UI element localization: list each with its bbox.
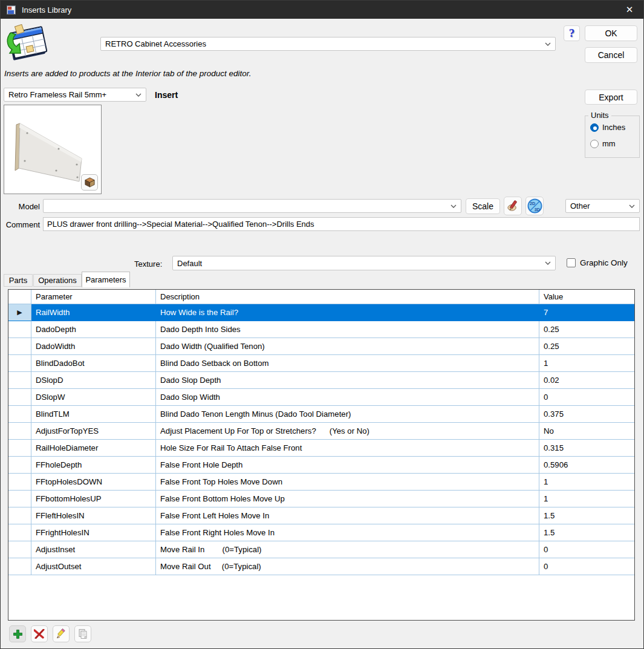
parameter-cell[interactable]: DadoDepth: [31, 321, 156, 338]
row-header-cell[interactable]: [8, 491, 31, 507]
copy-parameter-button[interactable]: [74, 625, 91, 642]
table-row[interactable]: DSlopWDado Slop Width0: [8, 389, 634, 406]
description-cell[interactable]: False Front Right Holes Move In: [156, 524, 539, 541]
row-header-cell[interactable]: [8, 507, 31, 524]
cancel-button[interactable]: Cancel: [585, 47, 637, 63]
model-type-dropdown[interactable]: Other: [565, 199, 640, 213]
units-radio-inches[interactable]: Inches: [590, 123, 625, 132]
tab-parts[interactable]: Parts: [4, 274, 33, 287]
table-row[interactable]: AdjustOutsetMove Rail Out (0=Typical)0: [8, 558, 634, 575]
parameter-cell[interactable]: AdjustInset: [31, 541, 156, 558]
parameter-cell[interactable]: BlindTLM: [31, 406, 156, 423]
row-header-cell[interactable]: ▶: [8, 304, 31, 321]
ok-button[interactable]: OK: [585, 25, 637, 41]
graphic-only-checkbox[interactable]: Graphic Only: [567, 258, 628, 267]
help-button[interactable]: ?: [564, 25, 580, 41]
description-cell[interactable]: Dado Slop Depth: [156, 372, 539, 389]
category-dropdown[interactable]: RETRO Cabinet Accessories: [100, 37, 556, 51]
value-cell[interactable]: 0.02: [539, 372, 634, 389]
parameter-cell[interactable]: FFleftHolesIN: [31, 507, 156, 524]
row-header-cell[interactable]: [8, 524, 31, 541]
parameter-cell[interactable]: FFholeDepth: [31, 457, 156, 474]
parameter-cell[interactable]: BlindDadoBot: [31, 355, 156, 372]
description-cell[interactable]: Blind Dado Setback on Bottom: [156, 355, 539, 372]
parameter-cell[interactable]: FFtopHolesDOWN: [31, 474, 156, 491]
value-cell[interactable]: 0: [539, 541, 634, 558]
parameter-cell[interactable]: DSlopD: [31, 372, 156, 389]
table-row[interactable]: ▶RailWidthHow Wide is the Rail?7: [8, 304, 634, 321]
row-header-cell[interactable]: [8, 474, 31, 491]
row-header-cell[interactable]: [8, 440, 31, 457]
parameter-cell[interactable]: DadoWidth: [31, 338, 156, 355]
description-cell[interactable]: False Front Hole Depth: [156, 457, 539, 474]
description-cell[interactable]: False Front Left Holes Move In: [156, 507, 539, 524]
value-cell[interactable]: 0.25: [539, 338, 634, 355]
row-header-cell[interactable]: [8, 541, 31, 558]
description-cell[interactable]: Dado Width (Qualified Tenon): [156, 338, 539, 355]
table-row[interactable]: DSlopDDado Slop Depth0.02: [8, 372, 634, 389]
description-cell[interactable]: Dado Depth Into Sides: [156, 321, 539, 338]
description-cell[interactable]: Hole Size For Rail To Attach False Front: [156, 440, 539, 457]
value-cell[interactable]: 0.375: [539, 406, 634, 423]
table-row[interactable]: BlindTLMBlind Dado Tenon Length Minus (D…: [8, 406, 634, 423]
close-button[interactable]: ✕: [616, 1, 643, 19]
row-header-cell[interactable]: [8, 406, 31, 423]
value-cell[interactable]: 1.5: [539, 507, 634, 524]
texture-dropdown[interactable]: Default: [172, 256, 556, 270]
table-row[interactable]: AdjustForTopYESAdjust Placement Up For T…: [8, 423, 634, 440]
row-header-cell[interactable]: [8, 355, 31, 372]
tab-parameters[interactable]: Parameters: [82, 272, 130, 287]
row-header-cell[interactable]: [8, 321, 31, 338]
value-cell[interactable]: 0.315: [539, 440, 634, 457]
table-row[interactable]: FFrightHolesINFalse Front Right Holes Mo…: [8, 524, 634, 541]
value-cell[interactable]: 1: [539, 474, 634, 491]
value-cell[interactable]: 7: [539, 304, 634, 321]
description-cell[interactable]: False Front Top Holes Move Down: [156, 474, 539, 491]
table-row[interactable]: FFtopHolesDOWNFalse Front Top Holes Move…: [8, 474, 634, 491]
description-cell[interactable]: How Wide is the Rail?: [156, 304, 539, 321]
description-cell[interactable]: Adjust Placement Up For Top or Stretcher…: [156, 423, 539, 440]
parameter-cell[interactable]: RailWidth: [31, 304, 156, 321]
description-cell[interactable]: Move Rail In (0=Typical): [156, 541, 539, 558]
value-cell[interactable]: 1: [539, 491, 634, 507]
table-row[interactable]: FFleftHolesINFalse Front Left Holes Move…: [8, 507, 634, 524]
table-row[interactable]: FFbottomHolesUPFalse Front Bottom Holes …: [8, 491, 634, 507]
units-radio-mm[interactable]: mm: [590, 139, 616, 148]
value-cell[interactable]: 0.5906: [539, 457, 634, 474]
parameter-cell[interactable]: AdjustForTopYES: [31, 423, 156, 440]
description-cell[interactable]: Dado Slop Width: [156, 389, 539, 406]
table-row[interactable]: DadoDepthDado Depth Into Sides0.25: [8, 321, 634, 338]
description-cell[interactable]: False Front Bottom Holes Move Up: [156, 491, 539, 507]
description-cell[interactable]: Move Rail Out (0=Typical): [156, 558, 539, 575]
export-button[interactable]: Export: [585, 90, 637, 105]
parameter-cell[interactable]: AdjustOutset: [31, 558, 156, 575]
description-cell[interactable]: Blind Dado Tenon Length Minus (Dado Tool…: [156, 406, 539, 423]
value-cell[interactable]: 1: [539, 355, 634, 372]
value-cell[interactable]: 1.5: [539, 524, 634, 541]
edit-parameter-button[interactable]: [53, 625, 70, 642]
value-cell[interactable]: No: [539, 423, 634, 440]
parameter-cell[interactable]: DSlopW: [31, 389, 156, 406]
scale-button[interactable]: Scale: [466, 198, 500, 214]
parameter-cell[interactable]: FFrightHolesIN: [31, 524, 156, 541]
insert-dropdown[interactable]: Retro Frameless Rail 5mm+: [4, 88, 146, 102]
comment-input[interactable]: PLUS drawer front drilling-->Special Mat…: [43, 217, 640, 231]
table-row[interactable]: FFholeDepthFalse Front Hole Depth0.5906: [8, 457, 634, 474]
parameter-cell[interactable]: RailHoleDiameter: [31, 440, 156, 457]
table-row[interactable]: RailHoleDiameterHole Size For Rail To At…: [8, 440, 634, 457]
view-3d-button[interactable]: [81, 174, 98, 191]
row-header-cell[interactable]: [8, 389, 31, 406]
tab-operations[interactable]: Operations: [33, 274, 82, 287]
row-header-cell[interactable]: [8, 423, 31, 440]
row-header-cell[interactable]: [8, 457, 31, 474]
value-cell[interactable]: 0: [539, 389, 634, 406]
row-header-cell[interactable]: [8, 372, 31, 389]
add-parameter-button[interactable]: [9, 625, 26, 642]
value-cell[interactable]: 0: [539, 558, 634, 575]
table-row[interactable]: BlindDadoBotBlind Dado Setback on Bottom…: [8, 355, 634, 372]
edit-model-button[interactable]: [504, 197, 522, 215]
table-row[interactable]: AdjustInsetMove Rail In (0=Typical)0: [8, 541, 634, 558]
column-header-parameter[interactable]: Parameter: [31, 290, 156, 304]
row-header-cell[interactable]: [8, 558, 31, 575]
table-row[interactable]: DadoWidthDado Width (Qualified Tenon)0.2…: [8, 338, 634, 355]
